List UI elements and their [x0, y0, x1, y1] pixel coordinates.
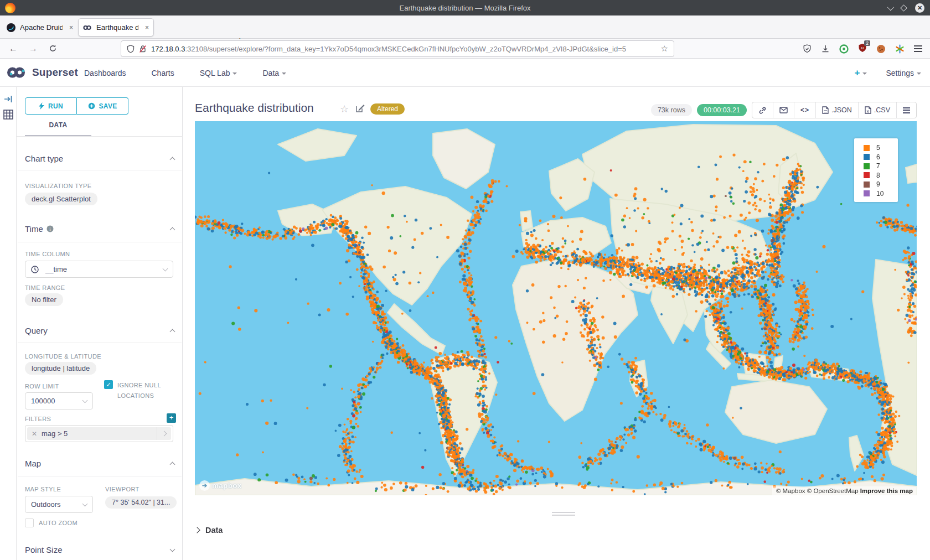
filter-control[interactable]: ✕ mag > 5: [25, 425, 173, 442]
time-column-select[interactable]: __time: [25, 261, 173, 278]
svg-text:u: u: [861, 45, 864, 50]
map-attribution: © Mapbox © OpenStreetMap Improve this ma…: [772, 486, 917, 495]
edit-title-icon[interactable]: [355, 103, 365, 113]
url-bar[interactable]: 172.18.0.3:32108/superset/explore/?form_…: [121, 40, 674, 57]
shield-permissions-icon[interactable]: [127, 45, 135, 53]
remove-filter-icon[interactable]: ✕: [27, 430, 42, 438]
data-panel-toggle[interactable]: Data: [195, 526, 223, 535]
container-asterisk-icon[interactable]: [895, 44, 905, 54]
run-button[interactable]: RUN: [25, 97, 77, 115]
legend-swatch: [864, 190, 870, 196]
dataset-grid-icon[interactable]: [3, 110, 13, 120]
row-limit-select[interactable]: 100000: [25, 392, 93, 409]
viewport-pill[interactable]: 7° 35' 54.02" | 31...: [105, 496, 177, 509]
nav-sql-lab[interactable]: SQL Lab: [200, 69, 237, 77]
collapse-panel-icon[interactable]: [4, 95, 13, 103]
section-point-size[interactable]: Point Size: [25, 545, 174, 554]
menu-icon: [903, 107, 910, 113]
tab-close-icon[interactable]: ×: [145, 24, 149, 32]
tab-apache-druid[interactable]: Apache Druid ×: [2, 18, 78, 37]
chart-title: Earthquake distribution: [195, 101, 314, 115]
attribution-text: © Mapbox © OpenStreetMap: [776, 488, 860, 494]
legend-label: 7: [876, 162, 880, 170]
chevron-down-icon: [917, 72, 921, 75]
tab-close-icon[interactable]: ×: [69, 24, 73, 32]
url-text[interactable]: 172.18.0.3:32108/superset/explore/?form_…: [151, 45, 657, 53]
improve-map-link[interactable]: Improve this map: [860, 488, 913, 494]
add-filter-button[interactable]: +: [167, 413, 176, 423]
downloads-icon[interactable]: [821, 44, 830, 53]
chevron-down-icon: [163, 266, 168, 271]
back-button[interactable]: ←: [9, 44, 18, 54]
earthquake-scatter-layer: [195, 121, 917, 495]
tab-earthquake-distribution[interactable]: Earthquake distribution ×: [78, 18, 154, 37]
auto-zoom-control[interactable]: AUTO ZOOM: [25, 518, 78, 527]
clock-icon: [31, 266, 39, 273]
menu-hamburger-icon[interactable]: [914, 45, 922, 52]
link-icon: [758, 106, 767, 115]
tab-title: Apache Druid: [20, 23, 63, 32]
email-button[interactable]: [773, 102, 794, 118]
tab-data[interactable]: DATA: [25, 121, 91, 137]
time-column-label: TIME COLUMN: [25, 251, 70, 257]
export-csv-button[interactable]: .CSV: [859, 102, 897, 118]
mapbox-logo[interactable]: ➔ mapbox: [199, 480, 242, 491]
lonlat-pill[interactable]: longitude | latitude: [25, 362, 96, 375]
forward-button[interactable]: →: [29, 44, 38, 54]
favorite-star-icon[interactable]: ☆: [340, 103, 349, 115]
time-range-label: TIME RANGE: [25, 284, 65, 291]
pocket-shield-icon[interactable]: [803, 44, 812, 53]
section-query[interactable]: Query: [25, 326, 174, 335]
code-icon: <>: [800, 106, 809, 114]
section-chart-type[interactable]: Chart type: [25, 154, 174, 163]
chevron-down-icon: [170, 546, 175, 552]
control-panel: RUN SAVE DATA Chart type VISUALIZATION T…: [17, 87, 183, 560]
filter-pill[interactable]: mag > 5: [42, 429, 157, 438]
nav-data[interactable]: Data: [262, 69, 286, 77]
add-new-button[interactable]: +: [854, 68, 867, 79]
nav-charts[interactable]: Charts: [152, 69, 174, 77]
nav-dashboards[interactable]: Dashboards: [84, 69, 126, 77]
extension-green-icon[interactable]: [839, 44, 849, 54]
url-host: 172.18.0.3: [151, 45, 185, 53]
section-map[interactable]: Map: [25, 459, 174, 468]
file-json-icon: [822, 106, 829, 114]
window-close-button[interactable]: ✕: [915, 3, 924, 13]
reload-button[interactable]: [49, 44, 57, 53]
settings-menu[interactable]: Settings: [886, 69, 921, 77]
bookmark-star-icon[interactable]: ☆: [661, 44, 668, 54]
legend-entry: 10: [854, 189, 898, 199]
time-range-pill[interactable]: No filter: [25, 293, 63, 306]
viz-type-pill[interactable]: deck.gl Scatterplot: [25, 193, 97, 205]
panel-drag-handle[interactable]: [552, 512, 575, 517]
window-maximize-button[interactable]: [900, 4, 907, 12]
superset-logo[interactable]: Superset: [7, 66, 78, 79]
legend-swatch: [864, 145, 870, 151]
filters-label: FILTERS: [25, 416, 51, 422]
envelope-icon: [779, 107, 788, 113]
chevron-right-icon: [194, 527, 200, 533]
viewport-label: VIEWPORT: [105, 486, 140, 492]
insecure-lock-icon[interactable]: [139, 45, 147, 53]
deckgl-map[interactable]: 5678910 ➔ mapbox © Mapbox © OpenStreetMa…: [195, 121, 917, 495]
copy-link-button[interactable]: [752, 102, 773, 118]
more-options-button[interactable]: [897, 102, 916, 118]
chevron-down-icon: [862, 72, 867, 75]
save-button[interactable]: SAVE: [77, 97, 128, 115]
window-title: Earthquake distribution — Mozilla Firefo…: [0, 4, 930, 12]
legend-entry: 8: [854, 171, 898, 180]
checkbox-unchecked-icon[interactable]: [25, 518, 34, 527]
cookie-extension-icon[interactable]: [876, 44, 886, 54]
ublock-icon[interactable]: u 2: [858, 43, 867, 55]
filter-expand-icon[interactable]: [157, 427, 171, 440]
embed-code-button[interactable]: <>: [794, 102, 816, 118]
checkbox-checked-icon[interactable]: ✓: [104, 380, 113, 389]
plus-circle-icon: [88, 102, 95, 110]
ignore-null-control[interactable]: ✓ IGNORE NULLLOCATIONS: [104, 380, 173, 401]
ublock-badge: 2: [864, 40, 870, 46]
section-time[interactable]: Time i: [25, 224, 174, 234]
legend-entry: 5: [854, 143, 898, 153]
window-minimize-button[interactable]: [887, 3, 895, 11]
map-style-select[interactable]: Outdoors: [25, 496, 93, 513]
export-json-button[interactable]: .JSON: [816, 102, 859, 118]
